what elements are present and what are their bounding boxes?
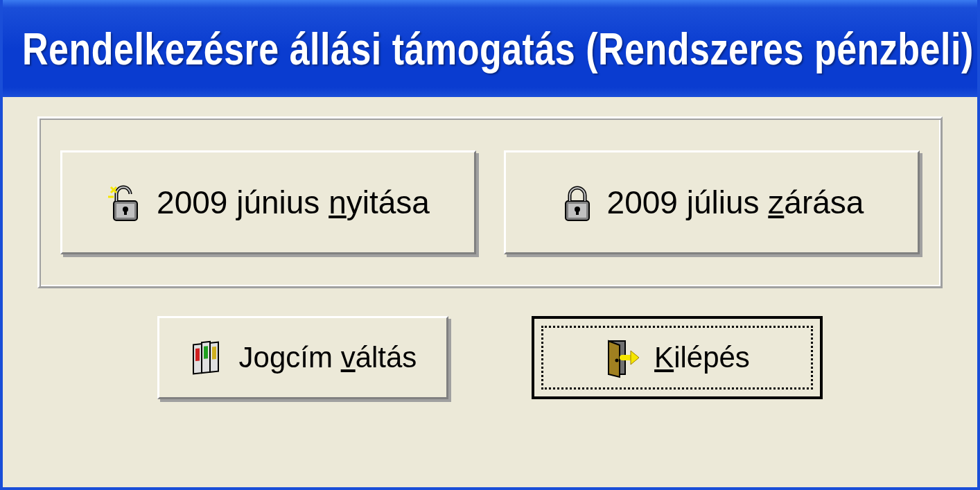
lock-icon — [560, 182, 595, 223]
open-month-button[interactable]: 2009 június nyitása — [60, 150, 476, 254]
unlock-icon — [107, 182, 144, 223]
client-area: 2009 június nyitása 2009 július zárása — [3, 97, 977, 413]
svg-rect-9 — [195, 348, 200, 361]
switch-title-button[interactable]: Jogcím váltás — [157, 316, 448, 399]
open-month-label: 2009 június nyitása — [157, 184, 430, 221]
close-month-button[interactable]: 2009 július zárása — [504, 150, 920, 254]
exit-label: Kilépés — [654, 341, 750, 374]
window-title: Rendelkezésre állási támogatás (Rendszer… — [22, 23, 974, 75]
exit-button[interactable]: Kilépés — [532, 316, 823, 399]
exit-icon — [604, 337, 643, 378]
switch-title-label: Jogcím váltás — [239, 341, 417, 374]
month-actions-group: 2009 június nyitása 2009 július zárása — [37, 116, 943, 288]
bottom-button-row: Jogcím váltás Kilépés — [37, 316, 943, 399]
books-icon — [189, 337, 228, 378]
close-month-label: 2009 július zárása — [607, 184, 864, 221]
svg-rect-3 — [124, 209, 127, 215]
svg-rect-7 — [576, 209, 579, 215]
svg-rect-13 — [212, 347, 216, 360]
titlebar: Rendelkezésre állási támogatás (Rendszer… — [3, 0, 977, 97]
svg-point-15 — [615, 359, 619, 362]
svg-rect-11 — [204, 346, 208, 359]
dialog-window: Rendelkezésre állási támogatás (Rendszer… — [0, 0, 980, 490]
